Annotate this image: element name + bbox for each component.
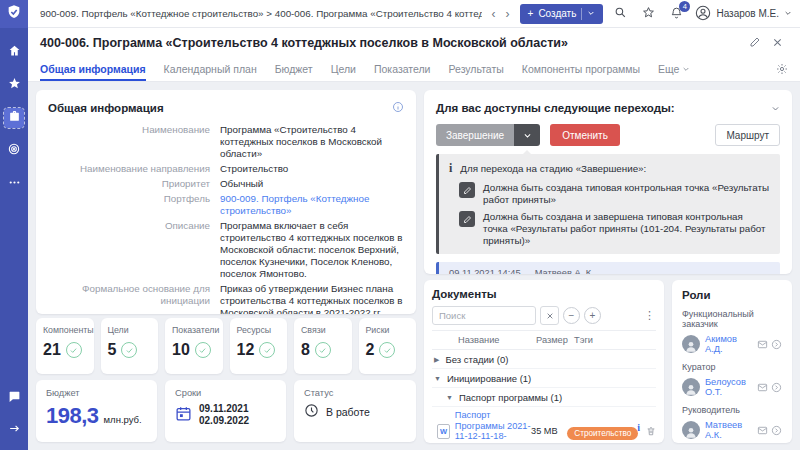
stat-card-links[interactable]: Связи 8 [294, 318, 352, 374]
sidebar-item-favorites[interactable] [4, 75, 24, 95]
route-button[interactable]: Маршрут [715, 124, 780, 146]
document-group-passport[interactable]: ▼ Паспорт программы (1) [432, 388, 656, 407]
document-group-initiation[interactable]: ▼ Инициирование (1) [432, 369, 656, 388]
stat-card-indicators[interactable]: Показатели 10 [165, 318, 223, 374]
info-icon[interactable] [392, 99, 404, 117]
transitions-title: Для вас доступны следующие переходы: [436, 102, 675, 114]
clear-search-button[interactable] [540, 306, 559, 325]
briefcase-icon [8, 109, 21, 127]
stat-card-resources[interactable]: Ресурсы 12 [230, 318, 288, 374]
tab-calendar-plan[interactable]: Календарный план [164, 58, 257, 81]
finish-button[interactable]: Завершение [436, 124, 514, 146]
expand-all-button[interactable]: + [584, 307, 601, 324]
favorites-button[interactable] [637, 3, 659, 25]
field-label: Наименование [48, 124, 210, 160]
tab-indicators[interactable]: Показатели [374, 58, 431, 81]
sidebar-item-collapse[interactable] [4, 420, 24, 440]
sidebar-item-chat[interactable] [4, 388, 24, 408]
sidebar-item-projects[interactable] [4, 108, 24, 128]
finish-dropdown-button[interactable] [514, 124, 540, 146]
close-icon [772, 34, 783, 52]
tab-results[interactable]: Результаты [448, 58, 503, 81]
mail-icon[interactable] [757, 339, 768, 350]
tab-goals[interactable]: Цели [331, 58, 356, 81]
search-icon [614, 5, 627, 23]
portfolio-link[interactable]: 900-009. Портфель «Коттеджное строительс… [220, 193, 404, 217]
documents-menu-button[interactable]: ⋮ [644, 309, 656, 322]
user-avatar-icon [695, 5, 711, 23]
create-button[interactable]: + Создать [520, 4, 604, 24]
chevron-right-icon: ▶ [434, 356, 439, 364]
field-label: Наименование направления [48, 163, 210, 175]
nav-back-icon[interactable]: ‹ [492, 8, 496, 20]
page-title: 400-006. Программа «Строительство 4 котт… [40, 36, 744, 50]
search-button[interactable] [609, 3, 631, 25]
notifications-button[interactable]: 4 [665, 3, 687, 25]
tag-badge[interactable]: Строительство [567, 427, 638, 440]
budget-label: Бюджет [46, 388, 147, 398]
close-button[interactable] [766, 32, 788, 54]
documents-search-input[interactable] [432, 306, 536, 325]
stat-value: 2 [366, 341, 375, 359]
tab-general-info[interactable]: Общая информация [40, 58, 146, 81]
documents-title: Документы [432, 288, 656, 300]
role-row: Белоусов О.Т. [682, 377, 782, 397]
breadcrumb[interactable]: 900-009. Портфель «Коттеджное строительс… [40, 8, 482, 19]
mail-icon[interactable] [757, 382, 768, 393]
document-size: 35 МВ [531, 426, 567, 436]
collapse-all-button[interactable]: − [563, 307, 580, 324]
target-icon [7, 142, 21, 160]
field-value-formal-basis: Приказ об утверждении Бизнес плана строи… [220, 283, 404, 314]
ellipsis-icon [8, 175, 21, 193]
document-info-icon[interactable]: i [637, 422, 640, 440]
role-person-link[interactable]: Матвеев А.К. [705, 420, 752, 440]
gear-icon [776, 61, 788, 79]
info-i-icon: i [447, 161, 452, 176]
check-circle-icon [195, 342, 211, 358]
sidebar-item-home[interactable] [4, 42, 24, 62]
edit-button[interactable] [744, 32, 766, 54]
budget-card: Бюджет 198,3 млн.руб. [36, 380, 157, 442]
requirement-item: Должна быть создана и завершена типовая … [447, 211, 770, 247]
tab-more[interactable]: Еще [658, 58, 690, 81]
document-group-no-stage[interactable]: ▶ Без стадии (0) [432, 350, 656, 369]
mail-icon[interactable] [757, 425, 768, 436]
role-person-link[interactable]: Белоусов О.Т. [705, 377, 752, 397]
document-link[interactable]: Паспорт Программы 2021-11-12-11-18-35.do… [455, 410, 531, 443]
trash-icon[interactable] [646, 422, 656, 440]
field-label: Приоритет [48, 178, 210, 190]
chevron-down-icon [523, 128, 532, 143]
cancel-button[interactable]: Отменить [550, 124, 620, 146]
profile-arrow-icon[interactable] [771, 339, 782, 350]
profile-arrow-icon[interactable] [771, 382, 782, 393]
sidebar-item-goals[interactable] [4, 141, 24, 161]
collapse-chevron-icon[interactable] [771, 99, 780, 117]
stat-card-goals[interactable]: Цели 5 [101, 318, 159, 374]
nav-forward-icon[interactable]: › [506, 8, 510, 20]
column-header-size[interactable]: Размер [536, 335, 574, 345]
avatar [682, 378, 700, 396]
tab-budget[interactable]: Бюджет [275, 58, 313, 81]
column-header-tags[interactable]: Тэги [574, 335, 656, 345]
tab-components[interactable]: Компоненты программы [522, 58, 640, 81]
settings-button[interactable] [776, 58, 788, 81]
check-circle-icon [121, 342, 137, 358]
status-card: Статус В работе [294, 380, 416, 442]
stat-card-risks[interactable]: Риски 2 [359, 318, 417, 374]
transitions-panel: Для вас доступны следующие переходы: Зав… [424, 90, 792, 274]
stat-value: 5 [108, 341, 117, 359]
stat-card-components[interactable]: Компоненты 21 [36, 318, 94, 374]
role-person-link[interactable]: Акимов А.Д. [705, 334, 752, 354]
user-menu[interactable]: Назаров М.Е. [695, 5, 792, 23]
roles-panel: Роли Функциональный заказчик Акимов А.Д.… [672, 280, 792, 443]
field-value-description: Программа включает в себя строительство … [220, 220, 404, 280]
budget-value: 198,3 [46, 403, 99, 429]
shield-check-icon [6, 4, 22, 24]
profile-arrow-icon[interactable] [771, 425, 782, 436]
sidebar-item-more[interactable] [4, 174, 24, 194]
field-value-direction: Строительство [220, 163, 404, 175]
column-header-name[interactable]: Название [432, 335, 536, 345]
topbar: 900-009. Портфель «Коттеджное строительс… [28, 0, 800, 28]
transition-requirements-box: i Для перехода на стадию «Завершение»: Д… [436, 154, 780, 254]
app-logo[interactable] [0, 0, 28, 28]
